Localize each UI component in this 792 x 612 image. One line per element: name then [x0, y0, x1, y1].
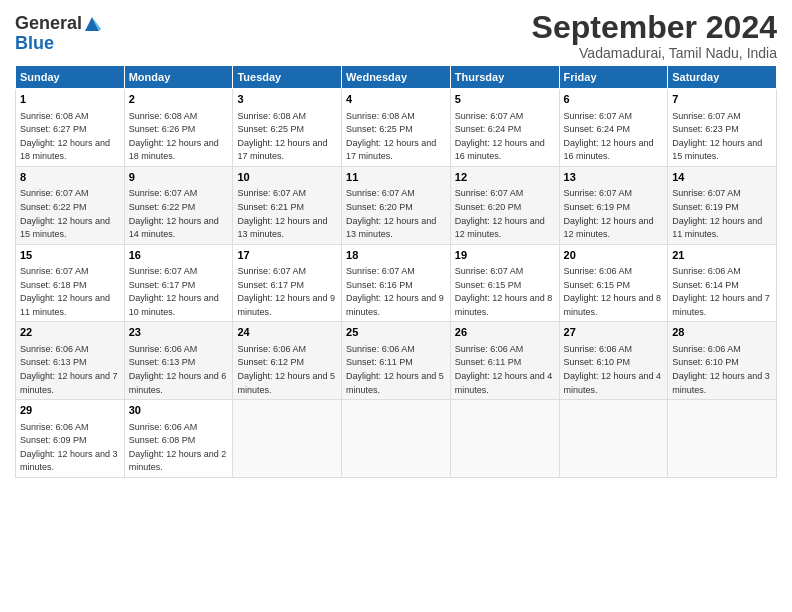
day-number: 22	[20, 325, 120, 340]
col-sunday: Sunday	[16, 66, 125, 89]
table-row: 15 Sunrise: 6:07 AMSunset: 6:18 PMDaylig…	[16, 244, 777, 322]
day-info: Sunrise: 6:06 AMSunset: 6:15 PMDaylight:…	[564, 266, 662, 317]
month-title: September 2024	[532, 10, 777, 45]
logo: General Blue	[15, 14, 101, 54]
table-cell-23: 23 Sunrise: 6:06 AMSunset: 6:13 PMDaylig…	[124, 322, 233, 400]
day-number: 5	[455, 92, 555, 107]
logo-blue: Blue	[15, 34, 101, 54]
day-number: 29	[20, 403, 120, 418]
table-cell-4: 4 Sunrise: 6:08 AMSunset: 6:25 PMDayligh…	[342, 89, 451, 167]
table-cell-30: 30 Sunrise: 6:06 AMSunset: 6:08 PMDaylig…	[124, 400, 233, 478]
day-number: 4	[346, 92, 446, 107]
day-info: Sunrise: 6:06 AMSunset: 6:08 PMDaylight:…	[129, 422, 227, 473]
day-number: 1	[20, 92, 120, 107]
calendar-table: Sunday Monday Tuesday Wednesday Thursday…	[15, 65, 777, 478]
day-number: 3	[237, 92, 337, 107]
day-info: Sunrise: 6:06 AMSunset: 6:11 PMDaylight:…	[346, 344, 444, 395]
table-cell-15: 15 Sunrise: 6:07 AMSunset: 6:18 PMDaylig…	[16, 244, 125, 322]
day-info: Sunrise: 6:07 AMSunset: 6:18 PMDaylight:…	[20, 266, 110, 317]
day-info: Sunrise: 6:07 AMSunset: 6:17 PMDaylight:…	[237, 266, 335, 317]
table-cell-2: 2 Sunrise: 6:08 AMSunset: 6:26 PMDayligh…	[124, 89, 233, 167]
table-cell-27: 27 Sunrise: 6:06 AMSunset: 6:10 PMDaylig…	[559, 322, 668, 400]
day-number: 17	[237, 248, 337, 263]
day-number: 14	[672, 170, 772, 185]
page-container: General Blue September 2024 Vadamadurai,…	[0, 0, 792, 488]
day-number: 8	[20, 170, 120, 185]
day-info: Sunrise: 6:07 AMSunset: 6:15 PMDaylight:…	[455, 266, 553, 317]
table-row: 1 Sunrise: 6:08 AMSunset: 6:27 PMDayligh…	[16, 89, 777, 167]
day-info: Sunrise: 6:07 AMSunset: 6:23 PMDaylight:…	[672, 111, 762, 162]
table-cell-6: 6 Sunrise: 6:07 AMSunset: 6:24 PMDayligh…	[559, 89, 668, 167]
table-cell-7: 7 Sunrise: 6:07 AMSunset: 6:23 PMDayligh…	[668, 89, 777, 167]
day-info: Sunrise: 6:07 AMSunset: 6:24 PMDaylight:…	[564, 111, 654, 162]
table-cell-11: 11 Sunrise: 6:07 AMSunset: 6:20 PMDaylig…	[342, 166, 451, 244]
title-block: September 2024 Vadamadurai, Tamil Nadu, …	[532, 10, 777, 61]
day-info: Sunrise: 6:08 AMSunset: 6:27 PMDaylight:…	[20, 111, 110, 162]
table-row: 22 Sunrise: 6:06 AMSunset: 6:13 PMDaylig…	[16, 322, 777, 400]
day-number: 18	[346, 248, 446, 263]
day-number: 26	[455, 325, 555, 340]
table-cell-26: 26 Sunrise: 6:06 AMSunset: 6:11 PMDaylig…	[450, 322, 559, 400]
day-number: 21	[672, 248, 772, 263]
day-number: 12	[455, 170, 555, 185]
day-info: Sunrise: 6:07 AMSunset: 6:17 PMDaylight:…	[129, 266, 219, 317]
table-cell-9: 9 Sunrise: 6:07 AMSunset: 6:22 PMDayligh…	[124, 166, 233, 244]
day-number: 28	[672, 325, 772, 340]
day-number: 25	[346, 325, 446, 340]
header: General Blue September 2024 Vadamadurai,…	[15, 10, 777, 61]
table-row: 29 Sunrise: 6:06 AMSunset: 6:09 PMDaylig…	[16, 400, 777, 478]
table-cell-28: 28 Sunrise: 6:06 AMSunset: 6:10 PMDaylig…	[668, 322, 777, 400]
day-number: 23	[129, 325, 229, 340]
table-cell-8: 8 Sunrise: 6:07 AMSunset: 6:22 PMDayligh…	[16, 166, 125, 244]
day-info: Sunrise: 6:07 AMSunset: 6:19 PMDaylight:…	[564, 188, 654, 239]
day-info: Sunrise: 6:06 AMSunset: 6:13 PMDaylight:…	[129, 344, 227, 395]
day-info: Sunrise: 6:07 AMSunset: 6:16 PMDaylight:…	[346, 266, 444, 317]
day-number: 9	[129, 170, 229, 185]
day-info: Sunrise: 6:06 AMSunset: 6:10 PMDaylight:…	[672, 344, 770, 395]
logo-general: General	[15, 14, 82, 34]
table-cell-24: 24 Sunrise: 6:06 AMSunset: 6:12 PMDaylig…	[233, 322, 342, 400]
day-number: 6	[564, 92, 664, 107]
col-tuesday: Tuesday	[233, 66, 342, 89]
day-info: Sunrise: 6:06 AMSunset: 6:09 PMDaylight:…	[20, 422, 118, 473]
day-info: Sunrise: 6:06 AMSunset: 6:11 PMDaylight:…	[455, 344, 553, 395]
table-cell-20: 20 Sunrise: 6:06 AMSunset: 6:15 PMDaylig…	[559, 244, 668, 322]
day-info: Sunrise: 6:08 AMSunset: 6:25 PMDaylight:…	[346, 111, 436, 162]
table-cell-19: 19 Sunrise: 6:07 AMSunset: 6:15 PMDaylig…	[450, 244, 559, 322]
table-cell-17: 17 Sunrise: 6:07 AMSunset: 6:17 PMDaylig…	[233, 244, 342, 322]
day-info: Sunrise: 6:06 AMSunset: 6:14 PMDaylight:…	[672, 266, 770, 317]
day-number: 11	[346, 170, 446, 185]
col-saturday: Saturday	[668, 66, 777, 89]
day-number: 19	[455, 248, 555, 263]
col-wednesday: Wednesday	[342, 66, 451, 89]
table-cell-3: 3 Sunrise: 6:08 AMSunset: 6:25 PMDayligh…	[233, 89, 342, 167]
table-cell-18: 18 Sunrise: 6:07 AMSunset: 6:16 PMDaylig…	[342, 244, 451, 322]
day-number: 27	[564, 325, 664, 340]
day-info: Sunrise: 6:06 AMSunset: 6:13 PMDaylight:…	[20, 344, 118, 395]
day-number: 24	[237, 325, 337, 340]
header-row: Sunday Monday Tuesday Wednesday Thursday…	[16, 66, 777, 89]
table-cell-1: 1 Sunrise: 6:08 AMSunset: 6:27 PMDayligh…	[16, 89, 125, 167]
table-cell-empty	[559, 400, 668, 478]
table-cell-empty	[233, 400, 342, 478]
day-info: Sunrise: 6:07 AMSunset: 6:24 PMDaylight:…	[455, 111, 545, 162]
day-number: 30	[129, 403, 229, 418]
subtitle: Vadamadurai, Tamil Nadu, India	[532, 45, 777, 61]
day-info: Sunrise: 6:06 AMSunset: 6:10 PMDaylight:…	[564, 344, 662, 395]
col-friday: Friday	[559, 66, 668, 89]
table-cell-empty	[668, 400, 777, 478]
day-info: Sunrise: 6:08 AMSunset: 6:26 PMDaylight:…	[129, 111, 219, 162]
table-cell-14: 14 Sunrise: 6:07 AMSunset: 6:19 PMDaylig…	[668, 166, 777, 244]
day-info: Sunrise: 6:07 AMSunset: 6:20 PMDaylight:…	[346, 188, 436, 239]
table-row: 8 Sunrise: 6:07 AMSunset: 6:22 PMDayligh…	[16, 166, 777, 244]
table-cell-5: 5 Sunrise: 6:07 AMSunset: 6:24 PMDayligh…	[450, 89, 559, 167]
table-cell-empty	[342, 400, 451, 478]
day-number: 15	[20, 248, 120, 263]
table-cell-22: 22 Sunrise: 6:06 AMSunset: 6:13 PMDaylig…	[16, 322, 125, 400]
day-info: Sunrise: 6:07 AMSunset: 6:22 PMDaylight:…	[129, 188, 219, 239]
logo-icon	[83, 15, 101, 33]
day-number: 13	[564, 170, 664, 185]
col-monday: Monday	[124, 66, 233, 89]
day-number: 20	[564, 248, 664, 263]
day-info: Sunrise: 6:06 AMSunset: 6:12 PMDaylight:…	[237, 344, 335, 395]
